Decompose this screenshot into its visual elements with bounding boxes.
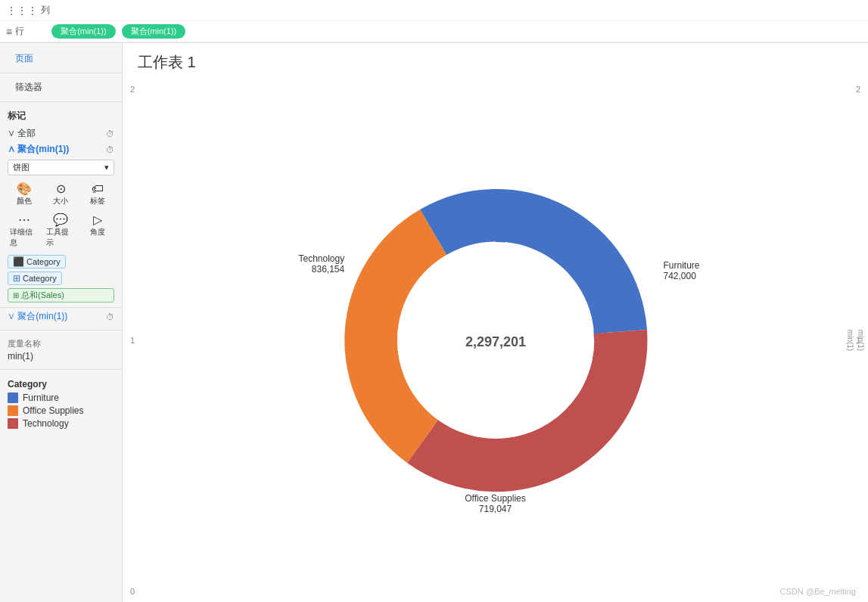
axis-bottom-left: 0 xyxy=(130,587,135,596)
clock-icon-agg2: ⏱ xyxy=(106,312,114,321)
main-layout: 页面 筛选器 标记 ∨ 全部 ⏱ ∧ 聚合(min(1)) ⏱ 饼图 ▾ 🎨 颜 xyxy=(0,43,868,602)
watermark: CSDN @Be_melting xyxy=(780,587,856,596)
row-pill-2[interactable]: 聚合(min(1)) xyxy=(122,24,186,39)
sales-tag-icon: ⊞ xyxy=(13,291,19,299)
legend-label-technology: Technology xyxy=(23,418,69,429)
col-row: ⋮⋮⋮ 列 xyxy=(0,0,868,21)
angle-label: 角度 xyxy=(90,227,105,237)
icon-grid: 🎨 颜色 ⊙ 大小 🏷 标签 ⋯ 详细信息 💬 工具提示 ▷ 角度 xyxy=(0,178,122,253)
detail-label: 详细信息 xyxy=(10,227,39,248)
measure-value: min(1) xyxy=(8,351,114,362)
label-icon: 🏷 xyxy=(92,183,104,195)
dropdown-arrow: ▾ xyxy=(104,163,109,172)
size-label: 大小 xyxy=(53,196,68,206)
chart-type-label: 饼图 xyxy=(13,162,30,173)
filter-section: 筛选器 xyxy=(0,78,122,97)
chart-type-select[interactable]: 饼图 ▾ xyxy=(8,160,114,175)
category-tag-1[interactable]: ⬛ Category xyxy=(8,255,66,268)
tag-row-3: ⊞ 总和(Sales) xyxy=(0,287,122,304)
size-icon-cell[interactable]: ⊙ 大小 xyxy=(44,181,77,209)
all-label: ∨ 全部 xyxy=(8,127,36,140)
axis-right-vert-2: min(1) xyxy=(856,330,864,351)
legend-label-furniture: Furniture xyxy=(23,393,59,403)
legend-title: Category xyxy=(8,379,114,389)
axis-mid-left: 1 xyxy=(130,336,135,345)
label-furniture: Furniture 742,000 xyxy=(663,260,699,281)
clock-icon-all: ⏱ xyxy=(106,129,114,138)
chart-area: 2 2 1 1 0 min(1) min(1) xyxy=(123,79,868,602)
label-technology: Technology 836,154 xyxy=(299,253,345,275)
col-icon: ⋮⋮⋮ xyxy=(6,5,38,17)
legend-item-office: Office Supplies xyxy=(8,405,114,416)
category-tag-1-label: Category xyxy=(26,257,61,266)
legend-color-furniture xyxy=(8,393,18,403)
category-tag-1-icon: ⬛ xyxy=(13,256,24,267)
all-section-row[interactable]: ∨ 全部 ⏱ xyxy=(0,126,122,141)
detail-icon-cell[interactable]: ⋯ 详细信息 xyxy=(8,212,41,250)
label-label: 标签 xyxy=(90,196,105,206)
row-pill-1[interactable]: 聚合(min(1)) xyxy=(51,24,116,39)
agg2-section[interactable]: ∨ 聚合(min(1)) ⏱ xyxy=(0,307,122,325)
tag-row-1: ⬛ Category xyxy=(0,253,122,270)
page-label: 页面 xyxy=(8,51,41,65)
label-icon-cell[interactable]: 🏷 标签 xyxy=(81,181,114,209)
legend-item-technology: Technology xyxy=(8,418,114,429)
marks-title: 标记 xyxy=(8,110,26,123)
category-tag-2[interactable]: ⊞ Category xyxy=(8,272,62,285)
legend-section: Category Furniture Office Supplies Techn… xyxy=(0,374,122,436)
measure-title: 度量名称 xyxy=(8,338,114,349)
agg-label: ∧ 聚合(min(1)) xyxy=(8,143,69,156)
legend-color-technology xyxy=(8,418,18,429)
size-icon: ⊙ xyxy=(56,183,66,195)
donut-chart-wrapper: 2,297,201 Furniture 742,000 Technology 8… xyxy=(314,159,677,522)
row-icon: ≡ xyxy=(6,26,12,38)
tooltip-icon: 💬 xyxy=(53,214,68,226)
color-icon-cell[interactable]: 🎨 颜色 xyxy=(8,181,41,209)
agg-section-row[interactable]: ∧ 聚合(min(1)) ⏱ xyxy=(0,141,122,157)
page-section: 页面 xyxy=(0,49,122,68)
legend-item-furniture: Furniture xyxy=(8,393,114,403)
axis-top-left: 2 xyxy=(130,85,135,94)
legend-color-office xyxy=(8,405,18,416)
axis-top-right: 2 xyxy=(856,85,860,94)
agg2-label: ∨ 聚合(min(1)) xyxy=(8,310,67,323)
angle-icon: ▷ xyxy=(93,214,102,226)
tooltip-label: 工具提示 xyxy=(46,227,75,248)
color-icon: 🎨 xyxy=(17,183,32,195)
sidebar: 页面 筛选器 标记 ∨ 全部 ⏱ ∧ 聚合(min(1)) ⏱ 饼图 ▾ 🎨 颜 xyxy=(0,43,123,602)
measure-section: 度量名称 min(1) xyxy=(0,335,122,365)
donut-chart-svg: 2,297,201 xyxy=(314,159,677,522)
color-label: 颜色 xyxy=(17,196,32,206)
row-row: ≡ 行 聚合(min(1)) 聚合(min(1)) xyxy=(0,21,868,42)
row-label: 行 xyxy=(15,25,45,38)
category-tag-2-label: Category xyxy=(23,274,57,283)
sales-tag[interactable]: ⊞ 总和(Sales) xyxy=(8,288,114,303)
content-area: 工作表 1 2 2 1 1 0 min(1) min(1) xyxy=(123,43,868,602)
category-tag-2-icon: ⊞ xyxy=(13,273,20,284)
marks-header: 标记 xyxy=(0,107,122,126)
legend-label-office: Office Supplies xyxy=(23,405,84,416)
label-office-supplies: Office Supplies 719,047 xyxy=(465,493,526,514)
center-value-text: 2,297,201 xyxy=(465,334,525,349)
chart-type-row: 饼图 ▾ xyxy=(0,157,122,178)
toolbar: ⋮⋮⋮ 列 ≡ 行 聚合(min(1)) 聚合(min(1)) xyxy=(0,0,868,43)
angle-icon-cell[interactable]: ▷ 角度 xyxy=(81,212,114,250)
col-label: 列 xyxy=(41,4,71,17)
axis-right-vert-1: min(1) xyxy=(845,330,854,351)
worksheet-title: 工作表 1 xyxy=(123,43,868,79)
sales-tag-label: 总和(Sales) xyxy=(21,290,64,301)
detail-icon: ⋯ xyxy=(18,214,30,226)
tooltip-icon-cell[interactable]: 💬 工具提示 xyxy=(44,212,77,250)
filter-label: 筛选器 xyxy=(8,80,50,94)
clock-icon-agg: ⏱ xyxy=(106,145,114,154)
tag-row-2: ⊞ Category xyxy=(0,270,122,287)
